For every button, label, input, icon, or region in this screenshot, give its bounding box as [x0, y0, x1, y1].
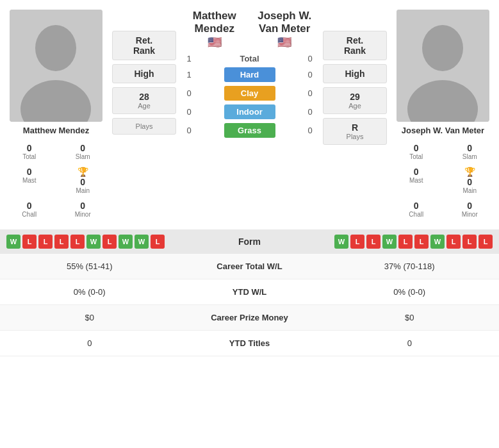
svg-point-1 [35, 25, 76, 71]
badge-0: W [6, 235, 20, 249]
right-name-block: Joseph W. Van Meter 🇺🇸 [250, 10, 320, 49]
left-age-box: 28 Age [112, 87, 176, 114]
stats-row-1: 0% (0-0)YTD W/L0% (0-0) [0, 279, 499, 305]
stats-left-3: 0 [0, 331, 179, 356]
right-minor-stat: 0 Minor [444, 198, 496, 220]
right-trophy-main: 🏆 0 Main [444, 164, 496, 197]
grass-right-score: 0 [300, 126, 320, 135]
badge-3: L [54, 235, 69, 249]
badge-7: L [446, 235, 461, 249]
right-form-badges: WLLWLLWLLL [288, 235, 493, 249]
right-high-box: High [323, 64, 387, 83]
stats-right-0: 37% (70-118) [320, 254, 500, 279]
hard-button[interactable]: Hard [224, 67, 275, 82]
left-detail-col: Ret. Rank High 28 Age Plays [109, 10, 179, 220]
left-total-stat: 0 Total [3, 140, 56, 163]
clay-row: 0 Clay 0 [179, 86, 320, 101]
badge-3: W [382, 235, 397, 249]
stats-right-1: 0% (0-0) [320, 279, 500, 304]
badge-6: W [430, 235, 445, 249]
clay-button[interactable]: Clay [224, 86, 275, 101]
form-label: Form [211, 236, 288, 247]
badge-8: L [462, 235, 477, 249]
stats-center-0: Career Total W/L [179, 254, 320, 279]
right-player-column: Joseph W. Van Meter 0 Total 0 Slam 0 Mas… [390, 10, 496, 220]
left-player-column: Matthew Mendez 0 Total 0 Slam 0 Mast 🏆 0 [3, 10, 109, 220]
total-label: Total [240, 54, 259, 63]
badge-1: L [22, 235, 37, 249]
right-player-avatar [397, 10, 489, 122]
left-plays-box: Plays [112, 118, 176, 135]
left-flag: 🇺🇸 [208, 35, 222, 49]
left-chall-stat: 0 Chall [3, 198, 56, 220]
middle-column: Matthew Mendez 🇺🇸 Joseph W. Van Meter 🇺🇸… [179, 10, 320, 220]
badge-6: L [102, 235, 117, 249]
stats-left-2: $0 [0, 305, 179, 330]
badge-5: W [86, 235, 101, 249]
right-player-stats: 0 Total 0 Slam 0 Mast 🏆 0 Main 0 [390, 140, 496, 220]
stats-right-3: 0 [320, 331, 500, 356]
badge-9: L [151, 235, 165, 249]
left-slam-stat: 0 Slam [57, 140, 110, 163]
left-player-stats: 0 Total 0 Slam 0 Mast 🏆 0 Main 0 [3, 140, 109, 220]
total-left-score: 1 [179, 54, 199, 63]
left-header-name: Matthew Mendez [179, 10, 250, 35]
stats-right-2: $0 [320, 305, 500, 330]
left-player-avatar [10, 10, 102, 122]
grass-row: 0 Grass 0 [179, 123, 320, 138]
badge-8: W [135, 235, 149, 249]
hard-left-score: 1 [179, 70, 199, 79]
right-total-stat: 0 Total [390, 140, 443, 163]
stats-center-2: Career Prize Money [179, 305, 320, 330]
badge-9: L [479, 235, 493, 249]
left-mast-stat: 0 Mast [3, 164, 56, 197]
indoor-button[interactable]: Indoor [224, 104, 275, 119]
badge-5: L [414, 235, 429, 249]
stats-left-1: 0% (0-0) [0, 279, 179, 304]
badge-1: L [350, 235, 364, 249]
form-section: WLLLLWLWWL Form WLLWLLWLLL [0, 229, 499, 254]
badge-4: L [398, 235, 413, 249]
left-trophy-main: 🏆 0 Main [57, 164, 110, 197]
stats-center-1: YTD W/L [179, 279, 320, 304]
badge-0: W [334, 235, 348, 249]
stats-left-0: 55% (51-41) [0, 254, 179, 279]
right-chall-stat: 0 Chall [390, 198, 443, 220]
hard-right-score: 0 [300, 70, 320, 79]
right-detail-col: Ret. Rank High 29 Age R Plays [320, 10, 390, 220]
left-ret-rank-box: Ret. Rank [112, 31, 176, 60]
stats-row-2: $0Career Prize Money$0 [0, 305, 499, 331]
grass-left-score: 0 [179, 126, 199, 135]
right-mast-stat: 0 Mast [390, 164, 443, 197]
stats-row-0: 55% (51-41)Career Total W/L37% (70-118) [0, 254, 499, 279]
grass-button[interactable]: Grass [224, 123, 275, 138]
stats-center-3: YTD Titles [179, 331, 320, 356]
right-slam-stat: 0 Slam [444, 140, 496, 163]
svg-point-4 [422, 25, 463, 71]
comparison-section: Matthew Mendez 0 Total 0 Slam 0 Mast 🏆 0 [0, 0, 499, 227]
left-trophy-icon: 🏆 [78, 167, 88, 177]
indoor-left-score: 0 [179, 107, 199, 117]
left-high-box: High [112, 64, 176, 83]
badge-7: W [119, 235, 133, 249]
indoor-right-score: 0 [300, 107, 320, 117]
hard-row: 1 Hard 0 [179, 67, 320, 82]
stats-row-3: 0YTD Titles0 [0, 331, 499, 356]
right-player-name: Joseph W. Van Meter [402, 126, 484, 135]
left-minor-stat: 0 Minor [57, 198, 110, 220]
badge-2: L [38, 235, 53, 249]
clay-left-score: 0 [179, 88, 199, 98]
left-player-name: Matthew Mendez [23, 126, 89, 135]
total-right-score: 0 [300, 54, 320, 63]
clay-right-score: 0 [300, 88, 320, 98]
total-score-row: 1 Total 0 [179, 54, 320, 63]
right-trophy-icon: 🏆 [464, 167, 475, 177]
main-container: Matthew Mendez 0 Total 0 Slam 0 Mast 🏆 0 [0, 0, 499, 356]
career-stats-section: 55% (51-41)Career Total W/L37% (70-118)0… [0, 254, 499, 356]
left-name-block: Matthew Mendez 🇺🇸 [179, 10, 250, 49]
left-form-badges: WLLLLWLWWL [6, 235, 211, 249]
right-ret-rank-box: Ret. Rank [323, 31, 387, 60]
badge-4: L [70, 235, 85, 249]
right-age-box: 29 Age [323, 87, 387, 114]
badge-2: L [366, 235, 380, 249]
